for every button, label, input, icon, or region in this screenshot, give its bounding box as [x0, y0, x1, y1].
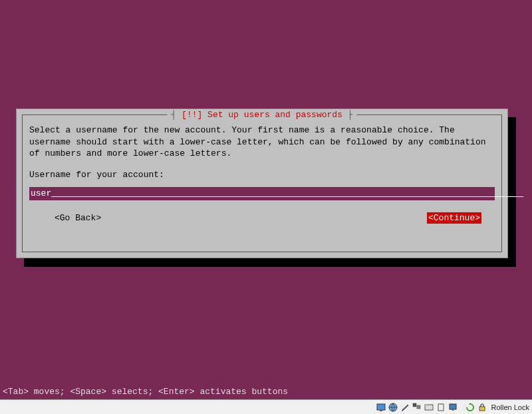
screen-icon[interactable]: [376, 402, 386, 413]
taskbar: Rollen Lock: [0, 399, 532, 414]
pencil-icon[interactable]: [400, 402, 410, 413]
svg-rect-7: [438, 404, 444, 411]
input-underline: ________________________________________…: [51, 188, 523, 198]
lock-status-label: Rollen Lock: [491, 403, 529, 411]
globe-icon[interactable]: [388, 402, 398, 413]
monitor-icon[interactable]: [448, 402, 458, 413]
go-back-button[interactable]: <Go Back>: [55, 212, 101, 224]
svg-rect-1: [380, 410, 382, 411]
username-input[interactable]: user____________________________________…: [29, 187, 495, 200]
svg-rect-0: [377, 404, 385, 410]
svg-rect-4: [417, 405, 420, 409]
username-prompt: Username for your account:: [29, 169, 495, 181]
title-pipe-right: ├: [342, 110, 353, 120]
svg-rect-10: [452, 409, 454, 411]
svg-rect-9: [450, 404, 456, 409]
folder-icon[interactable]: [424, 402, 434, 413]
svg-rect-11: [479, 407, 485, 411]
svg-rect-8: [440, 403, 442, 405]
title-pipe-left: ┤: [171, 110, 182, 120]
dialog-title-text: [!!] Set up users and passwords: [182, 110, 342, 120]
dialog-title: ┤ [!!] Set up users and passwords ├: [167, 110, 356, 120]
refresh-icon[interactable]: [465, 402, 475, 413]
username-input-value: user: [31, 188, 51, 198]
installer-dialog: ┤ [!!] Set up users and passwords ├ Sele…: [16, 108, 508, 258]
dialog-content: Select a username for the new account. Y…: [23, 115, 501, 230]
dialog-border: ┤ [!!] Set up users and passwords ├ Sele…: [22, 114, 502, 252]
clipboard-icon[interactable]: [436, 402, 446, 413]
lock-icon[interactable]: [477, 402, 487, 413]
dialog-description: Select a username for the new account. Y…: [29, 124, 495, 160]
button-row: <Go Back> <Continue>: [29, 212, 495, 224]
svg-rect-3: [413, 403, 416, 407]
svg-rect-6: [425, 405, 428, 406]
continue-button[interactable]: <Continue>: [427, 212, 481, 224]
windows-icon[interactable]: [412, 402, 422, 413]
help-text: <Tab> moves; <Space> selects; <Enter> ac…: [3, 387, 288, 397]
